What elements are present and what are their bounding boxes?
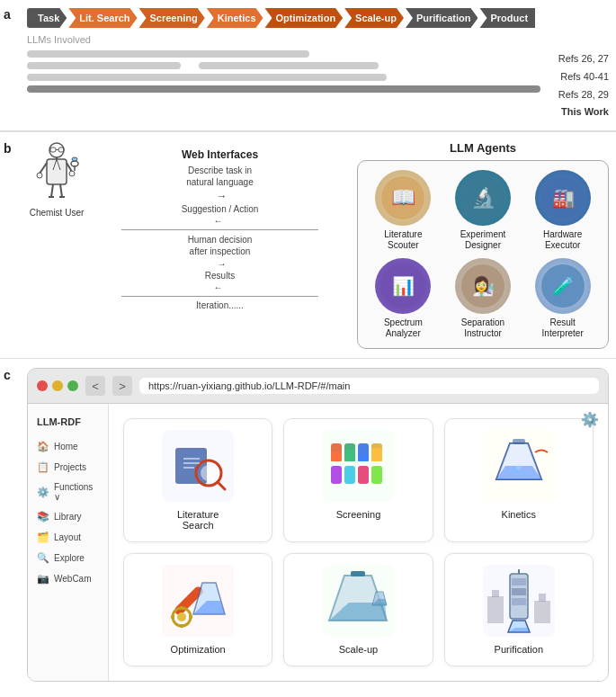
sidebar-home-label: Home	[54, 442, 78, 451]
kinetics-label: Kinetics	[502, 509, 537, 520]
separation-instructor-icon: 👩‍🔬	[455, 258, 511, 314]
sidebar-item-layout[interactable]: 🗂️ Layout	[28, 527, 108, 548]
experiment-designer-icon: 🔬	[455, 170, 511, 226]
section-b-label: b	[4, 141, 12, 156]
llms-label: LLMs Involved	[27, 34, 609, 45]
agent-hardware-executor: 🏭 HardwareExecutor	[526, 170, 599, 251]
llm-agents-title: LLM Agents	[357, 141, 609, 155]
app-grid: LiteratureSearch	[123, 418, 594, 666]
gray-line-1	[27, 50, 309, 58]
chemist-block: Chemist User	[25, 141, 88, 218]
app-card-screening[interactable]: Screening	[283, 418, 433, 542]
result-interpreter-icon: 🧪	[535, 258, 591, 314]
hardware-executor-label: HardwareExecutor	[543, 229, 582, 251]
explore-icon: 🔍	[37, 552, 49, 564]
sidebar-item-functions[interactable]: ⚙️ Functions ∨	[28, 478, 108, 506]
pipeline-screening: Screening	[139, 8, 205, 28]
ref-2: Refs 40-41	[558, 68, 609, 86]
agent-result-interpreter: 🧪 ResultInterpreter	[526, 258, 599, 339]
back-button[interactable]: <	[85, 376, 105, 396]
literature-scouter-label: LiteratureScouter	[384, 229, 422, 251]
pipeline-task: Task	[27, 8, 67, 28]
flow-human: Human decisionafter inspection	[188, 234, 253, 257]
ref-thiswork: This Work	[558, 103, 609, 121]
svg-point-66	[177, 612, 186, 621]
sidebar-library-label: Library	[54, 512, 82, 522]
dot-green[interactable]	[67, 380, 78, 391]
sidebar-item-home[interactable]: 🏠 Home	[28, 436, 108, 457]
ref-3: Refs 28, 29	[558, 86, 609, 104]
sidebar-explore-label: Explore	[54, 553, 85, 563]
arrow-left-2: ←	[214, 282, 227, 292]
sidebar-projects-label: Projects	[54, 462, 86, 472]
agent-separation-instructor: 👩‍🔬 SeparationInstructor	[447, 258, 520, 339]
pipeline-optimization: Optimization	[265, 8, 344, 28]
svg-rect-50	[344, 450, 355, 461]
library-icon: 📚	[37, 511, 49, 523]
flow-results: Results	[205, 271, 235, 281]
forward-button[interactable]: >	[112, 376, 132, 396]
svg-point-57	[512, 468, 517, 473]
pipeline-kinetics: Kinetics	[207, 8, 263, 28]
sidebar-webcam-label: WebCam	[54, 574, 92, 584]
app-card-scaleup[interactable]: Scale-up	[283, 553, 433, 666]
separation-instructor-label: SeparationInstructor	[461, 317, 504, 339]
svg-rect-33	[178, 451, 204, 481]
sidebar-item-library[interactable]: 📚 Library	[28, 506, 108, 527]
svg-text:🔬: 🔬	[470, 185, 495, 210]
chemist-label: Chemist User	[30, 208, 85, 218]
svg-rect-45	[331, 466, 342, 484]
sidebar-item-webcam[interactable]: 📷 WebCam	[28, 568, 108, 589]
svg-text:🧪: 🧪	[551, 275, 574, 297]
arrow-right-1: →	[213, 190, 228, 202]
sidebar-layout-label: Layout	[54, 532, 81, 542]
app-card-optimization[interactable]: Optimization	[123, 553, 272, 666]
svg-rect-82	[512, 578, 526, 585]
gray-line-2b	[199, 62, 379, 69]
agent-literature-scouter: 📖 LiteratureScouter	[367, 170, 440, 251]
dot-yellow[interactable]	[52, 380, 63, 391]
browser-body: LLM-RDF 🏠 Home 📋 Projects ⚙️ Functions ∨…	[28, 404, 608, 681]
sidebar-item-projects[interactable]: 📋 Projects	[28, 457, 108, 478]
divider-1	[121, 229, 317, 230]
svg-rect-48	[371, 466, 382, 484]
svg-rect-49	[331, 452, 342, 461]
section-a-label: a	[4, 7, 11, 22]
flow-describe: Describe task innatural language	[186, 165, 254, 188]
spectrum-analyzer-icon: 📊	[375, 258, 431, 314]
pipeline-scaleup: Scale-up	[344, 8, 404, 28]
purification-icon	[483, 565, 555, 637]
screening-icon	[322, 430, 394, 502]
browser-chrome: < > https://ruan-yixiang.github.io/LLM-R…	[28, 369, 608, 404]
pipeline-purification: Purification	[406, 8, 478, 28]
flow-suggestion: Suggestion / Action	[182, 204, 259, 214]
pipeline-litsearch: Lit. Search	[68, 8, 137, 28]
app-card-kinetics[interactable]: Kinetics	[444, 418, 594, 542]
app-card-literature-search[interactable]: LiteratureSearch	[123, 418, 272, 542]
pipeline-product: Product	[479, 8, 535, 28]
dot-red[interactable]	[37, 380, 48, 391]
svg-point-10	[37, 173, 42, 178]
section-c-label: c	[4, 368, 11, 382]
llm-agents-block: LLM Agents 📖 LiteratureScouter 🔬	[357, 141, 609, 349]
svg-point-58	[522, 471, 525, 475]
functions-icon: ⚙️	[37, 487, 49, 498]
svg-point-79	[352, 612, 356, 616]
svg-point-35	[201, 465, 217, 481]
svg-rect-60	[513, 439, 525, 444]
arrow-left-1: ←	[214, 216, 227, 226]
svg-rect-40	[322, 430, 394, 502]
svg-line-8	[40, 163, 47, 174]
svg-text:📊: 📊	[392, 275, 415, 297]
svg-text:👩‍🔬: 👩‍🔬	[471, 275, 494, 297]
url-bar[interactable]: https://ruan-yixiang.github.io/LLM-RDF/#…	[139, 378, 599, 394]
app-card-purification[interactable]: Purification	[444, 553, 594, 666]
gray-line-3	[27, 74, 387, 81]
sidebar-item-explore[interactable]: 🔍 Explore	[28, 548, 108, 568]
svg-text:🏭: 🏭	[551, 187, 574, 209]
browser-window: < > https://ruan-yixiang.github.io/LLM-R…	[27, 368, 609, 682]
gray-line-4	[27, 85, 540, 93]
agents-grid: 📖 LiteratureScouter 🔬 ExperimentDesigner	[357, 160, 609, 349]
settings-icon[interactable]: ⚙️	[581, 411, 599, 428]
svg-line-16	[60, 184, 62, 197]
